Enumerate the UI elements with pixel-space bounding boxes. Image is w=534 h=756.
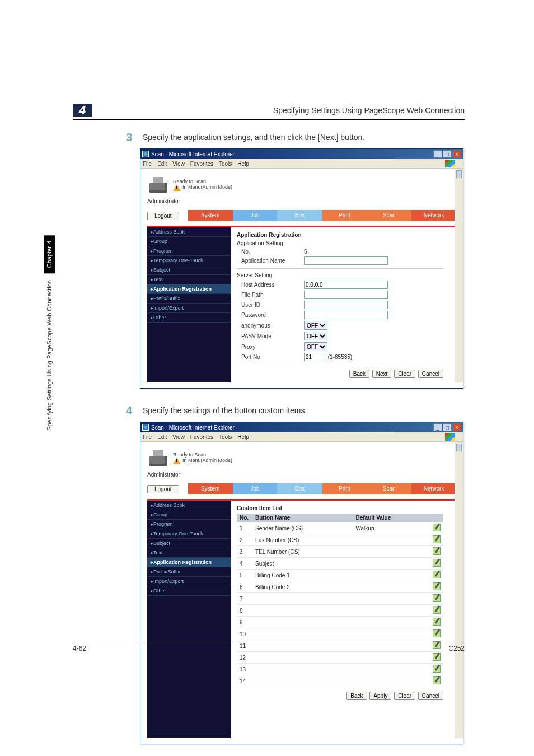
tab-scan[interactable]: Scan (367, 483, 411, 494)
sidebar-item[interactable]: ▸Application Registration (147, 558, 231, 567)
window-minimize-button[interactable]: _ (433, 423, 442, 431)
tab-network[interactable]: Network (411, 210, 456, 221)
sidebar-item[interactable]: ▸Group (147, 237, 231, 246)
edit-icon[interactable] (433, 582, 441, 590)
sidebar-item[interactable]: ▸Address Book (147, 227, 231, 237)
window-maximize-button[interactable]: □ (443, 423, 452, 431)
tab-scan[interactable]: Scan (367, 210, 411, 221)
sidebar-item[interactable]: ▸Program (147, 520, 231, 529)
edit-icon[interactable] (433, 559, 441, 567)
edit-icon[interactable] (433, 606, 441, 614)
window-minimize-button[interactable]: _ (433, 150, 442, 158)
menu-edit[interactable]: Edit (157, 434, 167, 440)
sidebar-item[interactable]: ▸Subject (147, 539, 231, 548)
edit-icon[interactable] (433, 594, 441, 602)
menu-view[interactable]: View (172, 434, 185, 440)
window-close-button[interactable]: × (452, 423, 461, 431)
sidebar-item[interactable]: ▸Prefix/Suffix (147, 567, 231, 577)
sidebar-item[interactable]: ▸Import/Export (147, 304, 231, 313)
logout-button[interactable]: Logout (147, 485, 179, 493)
edit-icon[interactable] (433, 618, 441, 626)
no-value: 5 (304, 249, 307, 255)
clear-button[interactable]: Clear (394, 370, 415, 378)
edit-icon[interactable] (433, 535, 441, 543)
table-row: 4Subject (237, 558, 443, 570)
pasv-select[interactable]: OFF (304, 332, 327, 340)
apply-button[interactable]: Apply (369, 692, 391, 700)
sidebar-item[interactable]: ▸Text (147, 275, 231, 284)
tab-job[interactable]: Job (233, 210, 278, 221)
window-close-button[interactable]: × (452, 150, 461, 158)
sidebar-item[interactable]: ▸Application Registration (147, 284, 231, 294)
status-ready: Ready to Scan (173, 452, 232, 458)
col-default-value: Default Value (353, 514, 430, 522)
cell-no: 10 (237, 628, 252, 640)
edit-icon[interactable] (433, 547, 441, 555)
menu-tools[interactable]: Tools (219, 434, 232, 440)
tab-print[interactable]: Print (322, 483, 367, 494)
anonymous-select[interactable]: OFF (304, 321, 327, 330)
tab-system[interactable]: System (188, 483, 233, 494)
side-chapter-badge: Chapter 4 (44, 235, 55, 273)
edit-icon[interactable] (433, 653, 441, 661)
tab-job[interactable]: Job (233, 483, 278, 494)
menu-view[interactable]: View (172, 161, 185, 167)
logout-button[interactable]: Logout (147, 212, 179, 220)
next-button[interactable]: Next (372, 370, 392, 378)
scrollbar[interactable] (455, 169, 463, 382)
back-button[interactable]: Back (346, 692, 367, 700)
edit-icon[interactable] (433, 676, 441, 684)
table-row: 13 (237, 664, 443, 675)
menu-favorites[interactable]: Favorites (190, 434, 213, 440)
sidebar-item[interactable]: ▸Temporary One-Touch (147, 529, 231, 539)
sidebar-item[interactable]: ▸Program (147, 246, 231, 256)
sidebar-item[interactable]: ▸Group (147, 510, 231, 520)
appname-input[interactable] (304, 256, 388, 265)
menu-help[interactable]: Help (237, 161, 249, 167)
proxy-label: Proxy (237, 344, 304, 350)
menu-edit[interactable]: Edit (157, 161, 167, 167)
menu-file[interactable]: File (143, 161, 152, 167)
window-titlebar: Scan - Microsoft Internet Explorer _ □ × (140, 149, 463, 159)
page-number: 4-62 (73, 645, 86, 652)
cell-default-value (353, 558, 430, 570)
tab-box[interactable]: Box (277, 483, 322, 494)
sidebar-item[interactable]: ▸Import/Export (147, 577, 231, 586)
window-maximize-button[interactable]: □ (443, 150, 452, 158)
clear-button[interactable]: Clear (394, 692, 415, 700)
cancel-button[interactable]: Cancel (418, 370, 443, 378)
sidebar-item[interactable]: ▸Other (147, 313, 231, 323)
cancel-button[interactable]: Cancel (418, 692, 443, 700)
edit-icon[interactable] (433, 629, 441, 637)
port-input[interactable] (304, 353, 326, 361)
scrollbar[interactable] (455, 442, 463, 738)
tab-system[interactable]: System (188, 210, 233, 221)
tab-network[interactable]: Network (411, 483, 456, 494)
tab-print[interactable]: Print (322, 210, 367, 221)
cell-button-name (252, 675, 353, 687)
sidebar-item[interactable]: ▸Other (147, 586, 231, 596)
menu-favorites[interactable]: Favorites (190, 161, 213, 167)
sidebar-item[interactable]: ▸Temporary One-Touch (147, 256, 231, 265)
userid-input[interactable] (304, 301, 388, 309)
edit-icon[interactable] (433, 571, 441, 578)
menu-file[interactable]: File (143, 434, 152, 440)
sidebar-item[interactable]: ▸Address Book (147, 501, 231, 510)
tab-box[interactable]: Box (277, 210, 322, 221)
menu-help[interactable]: Help (237, 434, 249, 440)
filepath-input[interactable] (304, 291, 388, 299)
edit-icon[interactable] (433, 665, 441, 673)
cell-no: 1 (237, 522, 252, 534)
sidebar-item[interactable]: ▸Text (147, 548, 231, 558)
sidebar-item[interactable]: ▸Prefix/Suffix (147, 294, 231, 304)
back-button[interactable]: Back (349, 370, 369, 378)
step-text: Specify the settings of the button custo… (143, 404, 307, 415)
col-no: No. (237, 514, 252, 522)
cell-default-value (353, 570, 430, 581)
proxy-select[interactable]: OFF (304, 342, 327, 351)
sidebar-item[interactable]: ▸Subject (147, 265, 231, 275)
host-input[interactable] (304, 281, 388, 289)
menu-tools[interactable]: Tools (219, 161, 232, 167)
password-input[interactable] (304, 311, 388, 319)
edit-icon[interactable] (433, 524, 441, 531)
